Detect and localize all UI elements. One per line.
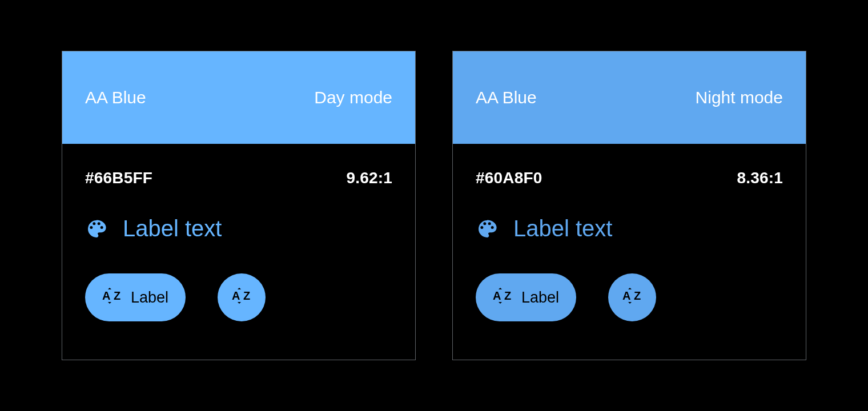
card-body: #66B5FF 9.62:1 Label text bbox=[62, 144, 415, 360]
stage: AA Blue Day mode #66B5FF 9.62:1 Label te… bbox=[0, 0, 868, 411]
contrast-ratio: 8.36:1 bbox=[737, 169, 783, 187]
sort-az-icon: A Z bbox=[102, 288, 122, 308]
label-preview-row: Label text bbox=[476, 216, 783, 241]
svg-text:A: A bbox=[493, 289, 501, 302]
chip-row: A Z Label A Z bbox=[85, 273, 392, 321]
card-header: AA Blue Day mode bbox=[62, 51, 415, 144]
sort-az-icon: A Z bbox=[493, 288, 512, 308]
label-text-preview: Label text bbox=[513, 216, 612, 241]
svg-text:Z: Z bbox=[504, 289, 511, 302]
chip-row: A Z Label A Z bbox=[476, 273, 783, 321]
color-title: AA Blue bbox=[85, 88, 146, 107]
color-card-day: AA Blue Day mode #66B5FF 9.62:1 Label te… bbox=[62, 51, 416, 360]
svg-text:A: A bbox=[102, 289, 110, 302]
mode-label: Night mode bbox=[696, 88, 783, 107]
card-header: AA Blue Night mode bbox=[453, 51, 806, 144]
chip-label: Label bbox=[521, 289, 559, 307]
icon-chip-button[interactable]: A Z bbox=[608, 273, 656, 321]
label-chip-button[interactable]: A Z Label bbox=[476, 273, 576, 321]
card-body: #60A8F0 8.36:1 Label text bbox=[453, 144, 806, 360]
svg-text:A: A bbox=[232, 289, 240, 302]
hex-value: #60A8F0 bbox=[476, 169, 542, 187]
swatch-info-row: #60A8F0 8.36:1 bbox=[476, 169, 783, 187]
svg-text:Z: Z bbox=[243, 289, 250, 302]
sort-az-icon: A Z bbox=[622, 288, 642, 308]
label-text-preview: Label text bbox=[123, 216, 222, 241]
svg-text:A: A bbox=[622, 289, 630, 302]
label-chip-button[interactable]: A Z Label bbox=[85, 273, 186, 321]
color-title: AA Blue bbox=[476, 88, 537, 107]
svg-text:Z: Z bbox=[634, 289, 641, 302]
mode-label: Day mode bbox=[314, 88, 392, 107]
sort-az-icon: A Z bbox=[232, 288, 251, 308]
contrast-ratio: 9.62:1 bbox=[346, 169, 392, 187]
palette-icon bbox=[85, 216, 108, 241]
palette-icon bbox=[476, 216, 499, 241]
icon-chip-button[interactable]: A Z bbox=[218, 273, 266, 321]
hex-value: #66B5FF bbox=[85, 169, 152, 187]
chip-label: Label bbox=[131, 289, 168, 307]
svg-text:Z: Z bbox=[114, 289, 120, 302]
swatch-info-row: #66B5FF 9.62:1 bbox=[85, 169, 392, 187]
color-card-night: AA Blue Night mode #60A8F0 8.36:1 Label … bbox=[452, 51, 806, 360]
label-preview-row: Label text bbox=[85, 216, 392, 241]
